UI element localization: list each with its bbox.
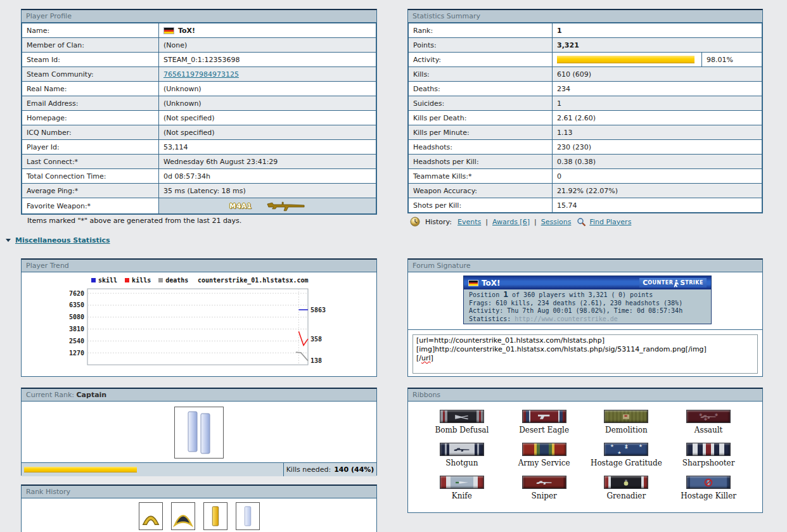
row-value: 3,321	[553, 38, 762, 53]
activity-bar	[557, 56, 697, 63]
legend-label: skill	[98, 277, 117, 284]
ribbon-cell: Shotgun	[421, 443, 503, 467]
svg-text:2540: 2540	[69, 338, 84, 345]
counterstrike-logo: COUNTER STRIKE	[639, 278, 707, 288]
row-label: Homepage:	[22, 111, 159, 125]
ribbon-name: Desert Eagle	[503, 426, 585, 434]
row-label: Average Ping:*	[22, 184, 159, 198]
history-awards-link[interactable]: Awards [6]	[492, 218, 530, 226]
row-value: 1	[553, 23, 762, 38]
ribbon-hostage-killer	[686, 476, 731, 489]
bbcode-textbox[interactable]: [url=http://counterstrike_01.hlstatsx.co…	[413, 334, 758, 374]
table-row: Deaths: 234	[409, 82, 762, 96]
ribbon-assault	[686, 410, 731, 423]
row-label: Teammate Kills:*	[409, 169, 553, 184]
table-row: Total Connection Time: 0d 08:57:34h	[22, 169, 376, 184]
ribbons-header: Ribbons	[408, 389, 762, 402]
ribbon-name: Bomb Defusal	[421, 426, 503, 434]
history-events-link[interactable]: Events	[457, 218, 481, 226]
trend-server-title: counterstrike_01.hlstatsx.com	[198, 277, 309, 284]
ribbon-knife	[440, 476, 484, 489]
rank-icon-lieutenant-gold-bar	[203, 502, 227, 530]
weapon-name-label: M4A1	[229, 203, 252, 210]
row-value: 1	[553, 96, 762, 111]
signature-player-name: ToX!	[482, 279, 639, 288]
ribbon-name: Demolition	[585, 426, 668, 434]
table-row: Steam Id: STEAM_0:1:12353698	[22, 53, 376, 67]
separator: |	[485, 218, 488, 226]
row-value: 35 ms (Latency: 18 ms)	[159, 184, 376, 198]
player-profile-table: Name: ToX! Member of Clan: (None) Steam …	[22, 23, 376, 214]
kills-needed-cell: Kills needed: 140 (44%)	[284, 463, 376, 476]
row-label: Deaths:	[409, 82, 553, 96]
ribbon-cell: Sharpshooter	[667, 443, 750, 467]
legend-label: deaths	[165, 277, 188, 284]
row-value: 1.13	[553, 125, 762, 140]
row-value: 21.92% (22.07%)	[553, 184, 762, 198]
activity-bar-cell	[553, 53, 702, 67]
ribbon-cell: Assault	[667, 410, 750, 434]
row-label: Member of Clan:	[22, 38, 159, 53]
ribbons-panel: Ribbons Bomb Defusal Desert Eagle Demoli…	[407, 388, 763, 513]
deaths-legend-swatch-icon	[158, 278, 163, 282]
table-row: Last Connect:* Wednesday 6th August 23:4…	[22, 155, 376, 169]
history-sessions-link[interactable]: Sessions	[541, 218, 572, 226]
table-row: Homepage: (Not specified)	[22, 111, 376, 125]
activity-bar-fill	[557, 56, 694, 63]
miscellaneous-statistics-link[interactable]: Miscellaneous Statistics	[15, 236, 110, 244]
miscellaneous-statistics-row: Miscellaneous Statistics	[6, 236, 110, 244]
ribbon-grenadier	[604, 476, 648, 489]
german-flag-icon	[468, 280, 478, 286]
m4a1-rifle-icon	[266, 200, 305, 212]
legend-label: kills	[132, 277, 151, 284]
legend-item-kills: kills	[125, 277, 151, 284]
row-value: 76561197984973125	[159, 67, 376, 82]
bbcode-line: [url=http://counterstrike_01.hlstatsx.co…	[416, 336, 754, 345]
row-value: 234	[553, 82, 762, 96]
row-label: Total Connection Time:	[22, 169, 159, 184]
rank-progress-row: Kills needed: 140 (44%)	[22, 462, 376, 476]
statistics-summary-title: Statistics Summary	[413, 12, 480, 20]
table-row: Weapon Accuracy: 21.92% (22.07%)	[409, 184, 762, 198]
ribbon-cell: Bomb Defusal	[421, 410, 503, 434]
steam-community-link[interactable]: 76561197984973125	[163, 70, 239, 79]
row-value: 53,114	[159, 140, 376, 155]
current-rank-name: Captain	[77, 391, 107, 399]
forum-signature-panel: Forum Signature ToX! COUNTER STRIKE Posi…	[407, 258, 763, 377]
row-label: ICQ Number:	[22, 125, 159, 140]
logo-text: S	[680, 279, 685, 287]
row-value: ToX!	[159, 23, 376, 38]
row-label: Points:	[409, 38, 553, 53]
statistics-summary-panel: Statistics Summary Rank: 1 Points: 3,321…	[407, 9, 763, 213]
ribbon-sniper	[522, 476, 566, 489]
ribbon-cell: Hostage Killer	[667, 476, 750, 500]
history-label: History:	[425, 218, 452, 226]
row-label: Kills:	[409, 67, 553, 82]
row-label: Email Address:	[22, 96, 159, 111]
ribbon-army-service	[522, 443, 566, 456]
row-label: Weapon Accuracy:	[409, 184, 553, 198]
trend-legend: skillkillsdeaths	[91, 277, 188, 284]
favorite-weapon-cell: M4A1	[159, 198, 376, 214]
row-label: Shots per Kill:	[409, 198, 553, 213]
row-value: (None)	[159, 38, 376, 53]
player-trend-body: skillkillsdeaths counterstrike_01.hlstat…	[22, 272, 376, 376]
ribbons-grid: Bomb Defusal Desert Eagle Demolition Ass…	[408, 402, 762, 500]
row-label: Kills per Death:	[409, 111, 553, 125]
ribbon-cell: Sniper	[503, 476, 585, 500]
player-profile-title: Player Profile	[26, 12, 72, 20]
find-players-link[interactable]: Find Players	[589, 218, 631, 226]
svg-text:6350: 6350	[69, 301, 84, 308]
collapse-triangle-icon[interactable]	[6, 239, 11, 242]
bbcode-area: [url=http://counterstrike_01.hlstatsx.co…	[408, 330, 762, 378]
ribbon-cell: Grenadier	[585, 476, 668, 500]
ribbon-name: Hostage Gratitude	[585, 459, 668, 467]
row-label: Name:	[22, 23, 159, 38]
table-row: Teammate Kills:* 0	[409, 169, 762, 184]
row-value: STEAM_0:1:12353698	[159, 53, 376, 67]
signature-url: http://www.counterstrike.de	[515, 315, 618, 322]
table-row: Name: ToX!	[22, 23, 376, 38]
player-trend-panel: Player Trend skillkillsdeaths counterstr…	[21, 258, 377, 377]
row-label: Last Connect:*	[22, 155, 159, 169]
german-flag-icon	[163, 27, 174, 34]
